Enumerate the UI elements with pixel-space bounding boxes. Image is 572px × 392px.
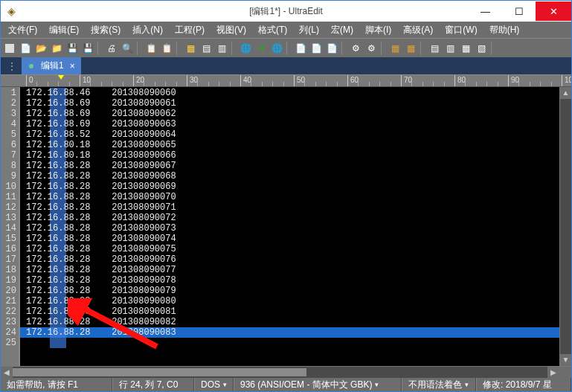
code-line[interactable]: [26, 338, 176, 348]
code-line[interactable]: 172.16.80.18 201308090066: [26, 150, 176, 161]
minimize-button[interactable]: —: [469, 1, 502, 21]
paste-icon[interactable]: 📋: [159, 41, 174, 56]
web-icon[interactable]: 🌐: [238, 41, 253, 56]
line-number: 8: [1, 161, 16, 171]
separator: [286, 42, 291, 55]
code-line[interactable]: 172.16.88.28 201308090068: [26, 171, 176, 181]
status-help: 如需帮助, 请按 F1: [1, 378, 112, 391]
menu-insert[interactable]: 插入(N): [128, 22, 167, 38]
code-line[interactable]: 172.16.88.28 201308090079: [26, 286, 176, 296]
menu-search[interactable]: 搜索(S): [86, 22, 125, 38]
tool-button[interactable]: 📄: [309, 41, 324, 56]
sync-icon[interactable]: ♻: [254, 41, 269, 56]
scroll-up-icon[interactable]: ▲: [560, 87, 571, 99]
line-number-gutter: 1234567891011121314151617181920212223242…: [1, 87, 20, 366]
line-number: 10: [1, 181, 16, 192]
code-line[interactable]: 172.16.88.28 201308090067: [26, 161, 176, 171]
code-line[interactable]: 172.16.88.28 201308090082: [26, 317, 176, 327]
tool-button[interactable]: ⚙: [348, 41, 363, 56]
line-number: 6: [1, 140, 16, 150]
folder-icon[interactable]: 📁: [49, 41, 64, 56]
scroll-left-icon[interactable]: ◀: [1, 367, 13, 378]
code-line[interactable]: 172.16.88.52 201308090064: [26, 129, 176, 140]
menu-view[interactable]: 视图(V): [212, 22, 251, 38]
copy-icon[interactable]: 📋: [144, 41, 158, 56]
line-number: 1: [1, 88, 16, 98]
globe-icon[interactable]: 🌐: [269, 41, 284, 56]
tool-button[interactable]: ▦: [183, 41, 198, 56]
status-syntax[interactable]: 不用语法着色: [402, 378, 476, 391]
scroll-right-icon[interactable]: ▶: [547, 367, 559, 378]
separator: [176, 42, 181, 55]
tool-button[interactable]: 📄: [293, 41, 308, 56]
tool-button[interactable]: ⚙: [364, 41, 379, 56]
code-line[interactable]: 172.16.88.28 201308090080: [26, 296, 176, 306]
scroll-thumb[interactable]: [13, 368, 306, 376]
code-line[interactable]: 172.16.88.28 201308090076: [26, 254, 176, 265]
code-line[interactable]: 172.16.88.28 201308090081: [26, 306, 176, 317]
code-line[interactable]: 172.16.88.28 201308090073: [26, 223, 176, 234]
saveall-icon[interactable]: 💾: [80, 41, 95, 56]
vertical-scrollbar[interactable]: ▲ ▼: [559, 87, 571, 366]
document-tab[interactable]: 编辑1 ×: [22, 57, 81, 74]
tool-button[interactable]: ▥: [443, 41, 457, 56]
menu-window[interactable]: 窗口(W): [440, 22, 481, 38]
scroll-track[interactable]: [560, 99, 571, 354]
tab-close-icon[interactable]: ×: [70, 61, 75, 71]
status-eol[interactable]: DOS: [194, 378, 234, 391]
editor-area: 1234567891011121314151617181920212223242…: [1, 87, 571, 366]
code-line[interactable]: 172.16.88.28 201308090069: [26, 181, 176, 192]
code-line[interactable]: 172.16.88.69 201308090062: [26, 109, 176, 119]
save-icon[interactable]: 💾: [65, 41, 80, 56]
tab-list-icon[interactable]: ⋮: [2, 60, 22, 72]
code-line[interactable]: 172.16.88.28 201308090075: [26, 244, 176, 254]
scroll-track[interactable]: [13, 367, 547, 378]
separator: [231, 42, 236, 55]
menu-macro[interactable]: 宏(M): [327, 22, 358, 38]
scroll-corner: [559, 367, 571, 378]
preview-icon[interactable]: 🔍: [120, 41, 135, 56]
tool-button[interactable]: ▥: [214, 41, 229, 56]
line-number: 5: [1, 129, 16, 140]
line-number: 13: [1, 213, 16, 223]
menu-script[interactable]: 脚本(I): [361, 22, 396, 38]
tool-button[interactable]: ▦: [403, 41, 418, 56]
tool-button[interactable]: [2, 41, 17, 56]
tool-button[interactable]: ▧: [474, 41, 489, 56]
code-line[interactable]: 172.16.88.46 201308090060: [26, 88, 176, 98]
ruler: 0102030405060708090100: [1, 75, 571, 87]
menu-advanced[interactable]: 高级(A): [399, 22, 437, 38]
scroll-down-icon[interactable]: ▼: [560, 354, 571, 366]
code-line[interactable]: 172.16.80.18 201308090065: [26, 140, 176, 150]
code-line[interactable]: 172.16.88.28 201308090074: [26, 234, 176, 244]
code-line[interactable]: 172.16.88.28 201308090072: [26, 213, 176, 223]
horizontal-scrollbar[interactable]: ◀ ▶: [1, 366, 571, 378]
print-icon[interactable]: 🖨: [104, 41, 119, 56]
code-area[interactable]: 172.16.88.46 201308090060172.16.88.69 20…: [20, 87, 559, 366]
code-line[interactable]: 172.16.88.69 201308090061: [26, 98, 176, 109]
status-codepage[interactable]: 936 (ANSI/OEM - 简体中文 GBK): [234, 378, 402, 391]
menu-edit[interactable]: 编辑(E): [45, 22, 83, 38]
line-number: 9: [1, 171, 16, 181]
code-line[interactable]: 172.16.88.28 201308090078: [26, 275, 176, 286]
tool-button[interactable]: ▤: [427, 41, 442, 56]
tool-button[interactable]: ▦: [388, 41, 402, 56]
tool-button[interactable]: 📄: [324, 41, 339, 56]
menu-project[interactable]: 工程(P): [170, 22, 209, 38]
menu-file[interactable]: 文件(F): [4, 22, 42, 38]
new-icon[interactable]: 📄: [18, 41, 33, 56]
code-line[interactable]: 172.16.88.28 201308090077: [26, 265, 176, 275]
code-line[interactable]: 172.16.88.69 201308090063: [26, 119, 176, 129]
tool-button[interactable]: ▦: [458, 41, 473, 56]
menu-help[interactable]: 帮助(H): [485, 22, 524, 38]
code-line[interactable]: 172.16.88.28 201308090071: [26, 202, 176, 213]
open-icon[interactable]: 📂: [33, 41, 48, 56]
tool-button[interactable]: ▤: [199, 41, 213, 56]
menu-column[interactable]: 列(L): [295, 22, 324, 38]
code-line[interactable]: 172.16.88.28 201308090083: [26, 327, 176, 338]
maximize-button[interactable]: ☐: [502, 1, 536, 21]
code-line[interactable]: 172.16.88.28 201308090070: [26, 192, 176, 202]
close-button[interactable]: ✕: [536, 1, 571, 21]
menu-format[interactable]: 格式(T): [254, 22, 292, 38]
status-bar: 如需帮助, 请按 F1 行 24, 列 7, C0 DOS 936 (ANSI/…: [1, 378, 571, 391]
